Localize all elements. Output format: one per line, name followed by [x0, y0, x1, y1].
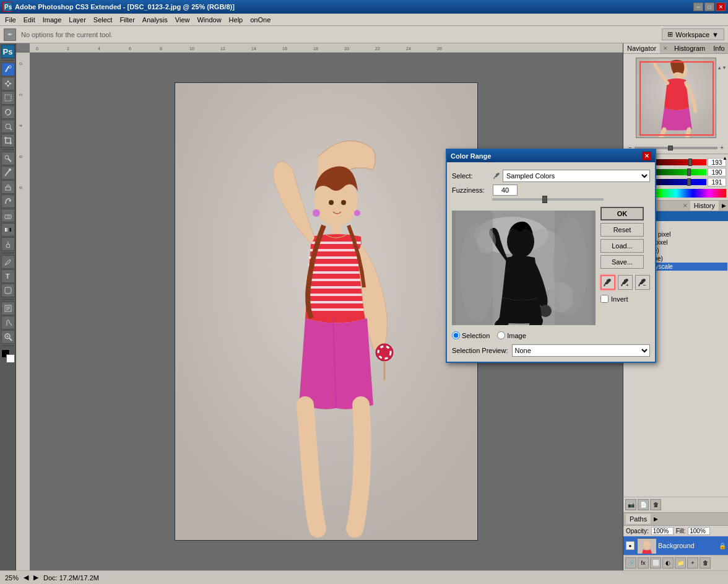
tab-navigator[interactable]: Navigator [623, 43, 661, 53]
layer-adj-btn[interactable]: ◐ [662, 557, 674, 569]
tool-lasso[interactable] [1, 105, 15, 119]
tab-info[interactable]: Info [709, 43, 728, 53]
selection-radio[interactable] [452, 331, 460, 339]
tool-separator-4 [2, 299, 14, 300]
workspace-button[interactable]: ⊞ Workspace ▼ [662, 28, 724, 40]
dialog-close-button[interactable]: ✕ [643, 152, 651, 160]
eyedropper-add-button[interactable]: + [618, 275, 633, 290]
minimize-button[interactable]: ─ [693, 2, 703, 11]
tool-eyedropper[interactable] [1, 63, 15, 76]
maximize-button[interactable]: □ [704, 2, 714, 11]
tool-notes[interactable] [1, 302, 15, 315]
nav-expand[interactable]: ▲▼ [717, 65, 727, 71]
tool-history-brush[interactable] [1, 194, 15, 208]
layer-visibility-toggle[interactable]: ● [626, 541, 635, 550]
color-b-value[interactable] [708, 178, 726, 186]
fuzziness-slider-thumb[interactable] [542, 196, 547, 203]
zoom-in-button[interactable]: + [720, 144, 724, 151]
tool-eraser[interactable] [1, 209, 15, 222]
invert-checkbox[interactable] [600, 295, 609, 303]
tab-history[interactable]: History [690, 201, 719, 211]
select-dropdown[interactable]: Sampled Colors Reds Yellows Greens Cyans… [503, 170, 650, 182]
tool-healing[interactable] [1, 152, 15, 165]
tool-brush[interactable] [1, 166, 15, 180]
select-label: Select: [452, 172, 489, 180]
fuzziness-input[interactable] [493, 185, 518, 196]
selection-radio-label[interactable]: Selection [452, 331, 490, 339]
tool-hand[interactable] [1, 316, 15, 329]
tool-dodge[interactable] [1, 237, 15, 251]
zoom-nav-next[interactable]: ▶ [33, 573, 38, 582]
tool-crop[interactable] [1, 134, 15, 147]
layer-delete-btn[interactable]: 🗑 [700, 557, 711, 569]
color-b-thumb[interactable] [687, 178, 691, 186]
load-button[interactable]: Load... [600, 239, 644, 253]
zoom-slider-thumb[interactable] [668, 146, 673, 150]
menu-help[interactable]: Help [225, 15, 247, 25]
current-tool-icon: ✒ [4, 28, 16, 41]
color-r-thumb[interactable] [688, 159, 692, 166]
menu-analysis[interactable]: Analysis [139, 15, 171, 25]
svg-text:24: 24 [406, 46, 411, 51]
color-swatches[interactable] [1, 349, 15, 363]
menu-view[interactable]: View [171, 15, 194, 25]
fill-input[interactable] [688, 527, 710, 535]
background-color[interactable] [6, 354, 15, 363]
history-menu-arrow[interactable]: ▶ [719, 201, 728, 210]
tool-marquee[interactable] [1, 91, 15, 105]
menu-select[interactable]: Select [90, 15, 116, 25]
tool-move[interactable] [1, 77, 15, 90]
history-delete-btn[interactable]: 🗑 [650, 499, 661, 510]
menu-edit[interactable]: Edit [20, 15, 39, 25]
tab-paths[interactable]: Paths [626, 514, 651, 524]
svg-rect-47 [16, 53, 30, 570]
menu-filter[interactable]: Filter [116, 15, 138, 25]
layer-new-btn[interactable]: + [687, 557, 698, 569]
menu-layer[interactable]: Layer [65, 15, 90, 25]
layer-link-btn[interactable]: 🔗 [625, 557, 636, 569]
color-g-value[interactable] [708, 168, 726, 177]
zoom-nav-prev[interactable]: ◀ [24, 573, 28, 582]
menu-window[interactable]: Window [193, 15, 225, 25]
navigator-viewport-box[interactable] [639, 61, 714, 136]
photo-canvas [175, 82, 478, 541]
selection-preview-dropdown[interactable]: None Grayscale Black Matte White Matte Q… [512, 344, 651, 357]
history-new-from-btn[interactable]: 📄 [638, 499, 649, 510]
tool-text[interactable]: T [1, 269, 15, 283]
eyedropper-subtract-button[interactable]: − [635, 275, 650, 290]
svg-point-60 [329, 200, 334, 205]
eyedropper-sample-button[interactable] [600, 275, 615, 290]
selection-preview-row: Selection Preview: None Grayscale Black … [452, 344, 650, 357]
invert-label: Invert [611, 295, 628, 303]
tool-shape[interactable] [1, 284, 15, 297]
tool-separator-5 [2, 346, 14, 346]
image-radio[interactable] [497, 331, 505, 339]
menu-image[interactable]: Image [39, 15, 66, 25]
save-button[interactable]: Save... [600, 255, 644, 269]
navigator-close[interactable]: ✕ [661, 44, 670, 53]
tool-quick-select[interactable] [1, 120, 15, 133]
menu-onone[interactable]: onOne [246, 15, 274, 25]
tool-stamp[interactable] [1, 180, 15, 194]
color-g-thumb[interactable] [687, 168, 691, 176]
tab-histogram[interactable]: Histogram [670, 43, 709, 53]
reset-button[interactable]: Reset [600, 223, 644, 237]
layers-menu-arrow[interactable]: ▶ [651, 515, 661, 523]
close-button[interactable]: ✕ [716, 2, 726, 11]
tool-zoom[interactable] [1, 330, 15, 344]
history-close[interactable]: ✕ [680, 201, 690, 210]
opacity-input[interactable] [651, 527, 674, 535]
ok-button[interactable]: OK [600, 207, 644, 220]
layer-mask-btn[interactable]: ⬜ [650, 557, 661, 569]
tool-pen[interactable] [1, 255, 15, 269]
history-snapshot-btn[interactable]: 📷 [625, 499, 636, 510]
svg-line-29 [9, 338, 12, 341]
color-panel-expand[interactable]: ▲ [722, 155, 727, 161]
menu-file[interactable]: File [1, 15, 20, 25]
layer-effects-btn[interactable]: fx [638, 557, 649, 569]
image-radio-label[interactable]: Image [497, 331, 526, 339]
tool-gradient[interactable] [1, 223, 15, 237]
fuzziness-slider-track[interactable] [492, 198, 604, 201]
left-toolbar: Ps [0, 43, 16, 570]
layer-group-btn[interactable]: 📁 [675, 557, 686, 569]
